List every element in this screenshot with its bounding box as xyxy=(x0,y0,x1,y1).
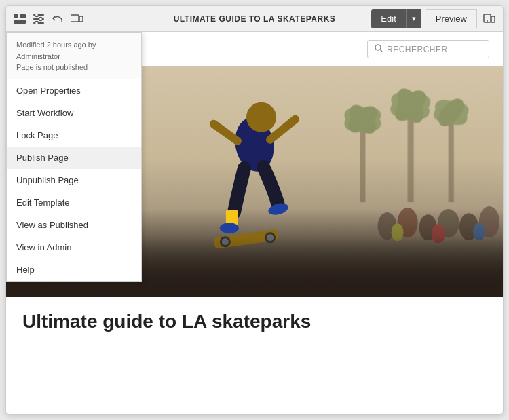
search-icon xyxy=(375,44,383,54)
menu-item-view-in-admin[interactable]: View in Admin xyxy=(7,236,141,259)
menu-item-help[interactable]: Help xyxy=(7,259,141,281)
menu-item-unpublish-page[interactable]: Unpublish Page xyxy=(7,169,141,191)
responsive-icon[interactable] xyxy=(70,12,83,26)
settings-icon[interactable] xyxy=(32,12,45,26)
chevron-down-icon: ▾ xyxy=(412,14,416,23)
undo-icon[interactable] xyxy=(51,12,64,26)
page-title-label: ULTIMATE GUIDE TO LA SKATEPARKS xyxy=(174,14,336,24)
search-placeholder: RECHERCHER xyxy=(387,45,448,54)
svg-rect-17 xyxy=(360,121,365,202)
svg-rect-1 xyxy=(20,14,26,18)
article-title: Ultimate guide to LA skateparks xyxy=(22,311,487,332)
dropdown-meta-line1: Modified 2 hours ago by Administrator xyxy=(16,39,132,62)
layout-icon[interactable] xyxy=(13,12,26,26)
edit-dropdown-button[interactable]: ▾ xyxy=(406,9,421,28)
search-box[interactable]: RECHERCHER xyxy=(367,40,489,58)
svg-point-60 xyxy=(246,102,276,132)
device-toggle-icon[interactable] xyxy=(483,12,496,26)
svg-point-7 xyxy=(39,17,43,20)
menu-item-publish-page[interactable]: Publish Page xyxy=(7,147,141,169)
svg-rect-0 xyxy=(14,14,18,18)
page-document-title: ULTIMATE GUIDE TO LA SKATEPARKS xyxy=(174,14,336,24)
page-content-area: Modified 2 hours ago by Administrator Pa… xyxy=(6,32,503,414)
menu-item-view-as-published[interactable]: View as Published xyxy=(7,214,141,236)
svg-rect-28 xyxy=(449,114,454,202)
dropdown-meta-line2: Page is not published xyxy=(16,62,132,73)
svg-rect-9 xyxy=(71,15,79,22)
svg-point-6 xyxy=(35,14,39,17)
dropdown-meta: Modified 2 hours ago by Administrator Pa… xyxy=(7,33,141,79)
menu-item-open-properties[interactable]: Open Properties xyxy=(7,79,141,102)
svg-rect-2 xyxy=(14,20,26,24)
menu-item-lock-page[interactable]: Lock Page xyxy=(7,124,141,147)
svg-point-14 xyxy=(375,45,381,50)
menu-item-edit-template[interactable]: Edit Template xyxy=(7,191,141,214)
toolbar-left xyxy=(13,12,83,26)
svg-line-15 xyxy=(381,50,383,52)
menu-item-start-workflow[interactable]: Start Workflow xyxy=(7,102,141,124)
svg-point-64 xyxy=(220,223,239,233)
svg-point-8 xyxy=(35,21,39,24)
svg-rect-12 xyxy=(491,16,495,22)
toolbar-right: Edit ▾ Preview xyxy=(371,9,496,28)
edit-button[interactable]: Edit xyxy=(371,9,405,28)
preview-button[interactable]: Preview xyxy=(426,9,477,28)
page-bottom-content: Ultimate guide to LA skateparks xyxy=(6,297,503,346)
dropdown-menu: Modified 2 hours ago by Administrator Pa… xyxy=(6,32,142,282)
toolbar: ULTIMATE GUIDE TO LA SKATEPARKS Edit ▾ P… xyxy=(6,6,503,32)
svg-rect-10 xyxy=(79,16,83,22)
